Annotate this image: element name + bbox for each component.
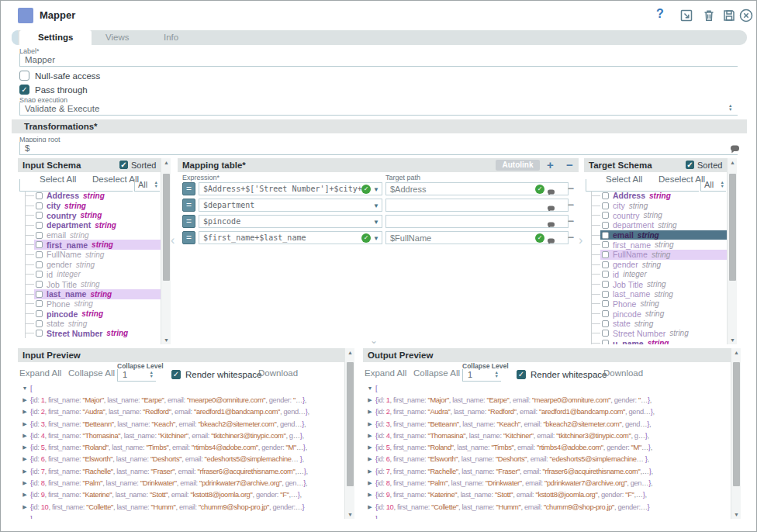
scroll-thumb[interactable] — [733, 362, 740, 486]
scroll-up-icon[interactable]: ▲ — [161, 160, 171, 165]
schema-item[interactable]: idinteger — [592, 270, 727, 280]
scroll-thumb[interactable] — [347, 362, 354, 486]
expression-toggle-button[interactable]: = — [182, 215, 195, 228]
help-icon[interactable]: ? — [656, 7, 672, 22]
schema-item-checkbox[interactable] — [602, 320, 609, 327]
schema-item[interactable]: Job Titlestring — [592, 279, 727, 289]
schema-item-checkbox[interactable] — [36, 251, 43, 258]
schema-item-checkbox[interactable] — [602, 300, 609, 307]
schema-item-checkbox[interactable] — [602, 271, 609, 278]
expand-toggle-icon[interactable]: ▶ — [365, 504, 375, 510]
mapping-root-field[interactable]: $ — [19, 142, 738, 155]
null-safe-checkbox[interactable] — [19, 71, 29, 81]
expand-toggle-icon[interactable]: ▶ — [19, 421, 30, 427]
scroll-thumb[interactable] — [163, 174, 170, 281]
input-download[interactable]: Download — [258, 368, 298, 378]
target-schema-filter-select[interactable]: All ▲▼ — [700, 179, 726, 192]
target-path-field[interactable]: $FullName✓ — [385, 231, 569, 244]
output-preview-scrollbar[interactable]: ▲ ▼ — [731, 348, 741, 519]
scroll-down-icon[interactable]: ▼ — [161, 337, 171, 343]
target-schema-scrollbar[interactable]: ▲ ▼ — [727, 158, 737, 344]
schema-item-checkbox[interactable] — [602, 310, 609, 317]
expand-toggle-icon[interactable]: ▶ — [19, 397, 30, 403]
input-schema-filter-select[interactable]: All ▲▼ — [134, 179, 160, 192]
expand-toggle-icon[interactable]: ▶ — [365, 444, 375, 451]
expression-field[interactable]: $pincode▼ — [199, 215, 382, 228]
schema-item-checkbox[interactable] — [602, 330, 609, 337]
tab-settings[interactable]: Settings — [19, 30, 92, 45]
tab-views[interactable]: Views — [105, 30, 129, 45]
scroll-down-icon[interactable]: ▼ — [731, 512, 741, 517]
expand-toggle-icon[interactable]: ▶ — [365, 421, 375, 427]
expand-toggle-icon[interactable]: ▶ — [365, 397, 375, 403]
collapse-toggle-icon[interactable]: ▼ — [19, 385, 30, 391]
expand-toggle-icon[interactable]: ▶ — [19, 444, 30, 451]
target-sorted-checkbox[interactable]: ✓ — [686, 161, 694, 169]
collapse-target-schema-icon[interactable]: › — [579, 233, 582, 247]
remove-row-button[interactable]: − — [566, 158, 573, 172]
schema-item[interactable]: last_namestring — [26, 289, 161, 299]
schema-item[interactable]: statestring — [26, 319, 161, 329]
output-render-whitespace-checkbox[interactable]: ✓ — [517, 370, 526, 379]
expression-dropdown-icon[interactable]: ▼ — [373, 186, 379, 193]
schema-item-checkbox[interactable] — [602, 291, 609, 298]
schema-item-checkbox[interactable] — [36, 202, 43, 209]
schema-item[interactable]: u_namestring — [592, 338, 727, 344]
expression-field[interactable]: $department▼ — [199, 199, 382, 212]
schema-item[interactable]: genderstring — [592, 260, 727, 270]
schema-item-checkbox[interactable] — [36, 291, 43, 298]
schema-item[interactable]: emailstring — [26, 230, 161, 240]
delete-mapping-row-icon[interactable]: − — [568, 215, 574, 227]
expand-toggle-icon[interactable]: ▶ — [19, 409, 30, 415]
schema-item[interactable]: Street Numberstring — [26, 329, 161, 339]
expression-dropdown-icon[interactable]: ▼ — [373, 235, 379, 242]
schema-item-checkbox[interactable] — [602, 251, 609, 258]
expression-dropdown-icon[interactable]: ▼ — [373, 202, 379, 209]
expression-field[interactable]: $Address+$['Street Number']+$city+$✓▼ — [199, 182, 382, 195]
expand-toggle-icon[interactable]: ▶ — [365, 492, 375, 498]
expand-toggle-icon[interactable]: ▶ — [365, 409, 375, 415]
output-collapse-level-input[interactable]: 1 ▲▼ — [462, 369, 501, 382]
output-download[interactable]: Download — [603, 368, 643, 378]
schema-item[interactable]: first_namestring — [592, 240, 727, 250]
input-sorted-checkbox[interactable]: ✓ — [119, 161, 128, 169]
schema-item-checkbox[interactable] — [36, 241, 43, 248]
schema-item-checkbox[interactable] — [36, 281, 43, 288]
save-icon[interactable] — [721, 8, 737, 23]
schema-item[interactable]: FullNamestring — [26, 250, 161, 260]
schema-item-checkbox[interactable] — [602, 212, 609, 219]
schema-item[interactable]: pincodestring — [592, 309, 727, 319]
schema-item[interactable]: citystring — [592, 201, 727, 211]
schema-item[interactable]: statestring — [592, 319, 727, 329]
schema-item[interactable]: pincodestring — [26, 309, 161, 319]
expression-dropdown-icon[interactable]: ▼ — [373, 219, 379, 226]
scroll-up-icon[interactable]: ▲ — [731, 350, 741, 355]
expression-toggle-button[interactable]: = — [182, 231, 195, 244]
output-collapse-all[interactable]: Collapse All — [413, 368, 460, 378]
schema-item-checkbox[interactable] — [602, 232, 609, 239]
expand-toggle-icon[interactable]: ▶ — [19, 492, 30, 498]
comment-icon[interactable] — [547, 185, 555, 195]
expand-toggle-icon[interactable]: ▶ — [365, 480, 375, 486]
input-schema-scrollbar[interactable]: ▲ ▼ — [161, 158, 171, 344]
input-preview-scrollbar[interactable]: ▲ ▼ — [344, 348, 354, 519]
schema-item[interactable]: countrystring — [26, 210, 161, 220]
schema-item-checkbox[interactable] — [602, 340, 609, 344]
schema-item-checkbox[interactable] — [602, 192, 609, 199]
snap-execution-spinner-icon[interactable]: ▲▼ — [728, 104, 732, 112]
tab-info[interactable]: Info — [164, 30, 178, 45]
expand-toggle-icon[interactable]: ▶ — [19, 468, 30, 475]
schema-item[interactable]: Addressstring — [26, 191, 161, 201]
expand-toggle-icon[interactable]: ▶ — [19, 480, 30, 486]
delete-icon[interactable] — [701, 8, 717, 23]
schema-item[interactable]: Addressstring — [592, 191, 727, 201]
schema-item[interactable]: idinteger — [26, 270, 161, 280]
delete-mapping-row-icon[interactable]: − — [568, 231, 574, 244]
output-expand-all[interactable]: Expand All — [365, 368, 406, 378]
close-icon[interactable] — [738, 8, 754, 23]
schema-item[interactable]: last_namestring — [592, 289, 727, 299]
comment-icon[interactable] — [547, 202, 555, 212]
schema-item-checkbox[interactable] — [36, 310, 43, 317]
schema-item-checkbox[interactable] — [36, 300, 43, 307]
schema-item[interactable]: Street Numberstring — [592, 329, 727, 339]
